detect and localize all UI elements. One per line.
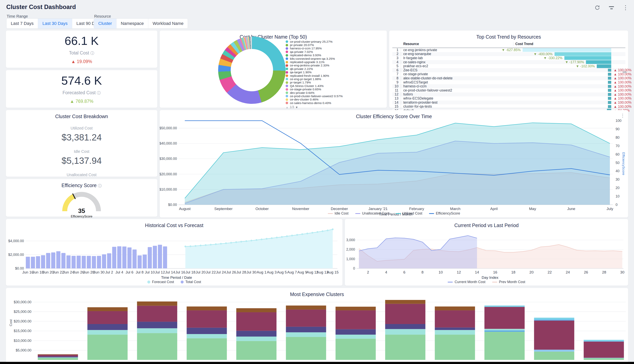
svg-text:Jul 18: Jul 18	[185, 270, 195, 274]
trend-bar	[608, 105, 611, 108]
legend-item[interactable]: pr-private 20.07%	[286, 43, 343, 47]
legend-item[interactable]: Unallocated Cost	[355, 212, 389, 216]
panel-title: Efficiency Scoreⓘ	[6, 179, 157, 188]
svg-text:40: 40	[615, 169, 619, 173]
expensive-clusters-chart: $5,000.00$10,000.00$15,000.00$20,000.00$…	[6, 288, 628, 364]
svg-text:26: 26	[584, 270, 588, 274]
legend-item[interactable]: harness-ci-ccm 17.95%	[286, 47, 343, 50]
svg-text:1,000: 1,000	[346, 257, 355, 261]
legend-item[interactable]: ce-prod-cluster-failover-uswest2 0.57%	[286, 94, 343, 98]
cost-trend-table: ResourceCost Trend1ce-eng-jenkins-privat…	[392, 41, 625, 113]
info-icon[interactable]: ⓘ	[90, 51, 94, 55]
cell-cost-trend: ▲ 100.00%	[513, 76, 624, 80]
legend-item[interactable]: ce-sales-harness-demo 0.43%	[286, 101, 343, 104]
trend-value: ▲ 100.00%	[613, 100, 631, 104]
legend-swatch	[286, 54, 288, 56]
trend-value: ▲ 100.00%	[613, 88, 631, 92]
trend-value: ▲ 100.00%	[613, 104, 631, 108]
legend-item[interactable]: ce-eng-jenkins-private 2.33%	[286, 64, 343, 67]
breakdown-label: Unallocated Cost	[6, 172, 157, 177]
legend-item[interactable]: QA Stress Cluster 1.43%	[286, 84, 343, 88]
legend-label: ce-dev-cluster 0.46%	[290, 98, 319, 101]
legend-item[interactable]: qa-target 1.90%	[286, 71, 343, 74]
svg-text:Jul 26: Jul 26	[226, 270, 236, 274]
refresh-icon[interactable]	[594, 4, 601, 11]
svg-text:Jun 24: Jun 24	[63, 270, 74, 274]
legend-swatch	[429, 213, 434, 214]
legend-item[interactable]: replicated-fresh-install 1.90%	[286, 74, 343, 78]
info-icon[interactable]: ⓘ	[98, 184, 102, 188]
trend-value: ▼ -177.90%	[565, 60, 584, 64]
donut-chart[interactable]	[218, 36, 286, 104]
legend-label: ce-eng-jenkins-private 2.33%	[290, 64, 329, 67]
page-down-icon[interactable]: ▼	[295, 106, 298, 109]
legend-item[interactable]: pr-target 1.79%	[286, 81, 343, 84]
filter-icon[interactable]	[608, 4, 615, 11]
page-up-icon[interactable]: ▲	[286, 106, 289, 109]
legend-item[interactable]: replicated-upgrade 3.11%	[286, 60, 343, 64]
legend-item[interactable]: EfficiencyScore	[429, 212, 460, 216]
legend-item[interactable]: qa-private 7.02%	[286, 50, 343, 54]
legend-item[interactable]: Utilized Cost	[396, 212, 422, 216]
table-row: 5prakhar-ecs-ec2▼ -102.00%	[392, 64, 625, 68]
trend-bar	[608, 89, 611, 92]
header-cost-trend: Cost Trend	[513, 42, 624, 46]
legend-item[interactable]: replicated-demo 3.93%	[286, 54, 343, 57]
forecasted-cost-value: 574.6 K	[61, 74, 102, 88]
total-cost-panel: 66.1 K Total Costⓘ ▲ 19.09%	[6, 30, 157, 68]
legend-item[interactable]: k8s-connected-onprem-qa 3.25%	[286, 57, 343, 60]
header-resource: Resource	[401, 42, 513, 46]
svg-text:Jul 2: Jul 2	[105, 270, 113, 274]
trend-value: ▼ -330.22%	[543, 56, 562, 60]
resource-option-workload-name[interactable]: Workload Name	[148, 18, 188, 28]
legend-swatch	[286, 95, 288, 97]
legend-label: pr-target 1.79%	[290, 81, 311, 84]
cell-cost-trend: ▲ 100.00%	[513, 72, 624, 76]
svg-text:100: 100	[615, 119, 621, 123]
panel-title: Cluster Cost Breakdown	[6, 110, 157, 119]
efficiency-over-time-panel: Cluster Efficiency Score Over Time ⋮ $0.…	[160, 110, 628, 218]
legend-item[interactable]: ce-dev-cluster 0.46%	[286, 98, 343, 101]
legend-item[interactable]: ce-prod-cluster-primary 25.27%	[286, 40, 343, 43]
legend-item[interactable]: ce-eng-pr-target 1.88%	[286, 78, 343, 81]
scrollbar-thumb[interactable]	[623, 71, 627, 73]
table-row: 15cluster-for-qa-tests▲ 100.00%	[392, 104, 625, 108]
legend-swatch	[181, 280, 184, 284]
resource-group: ClusterNamespaceWorkload Name	[94, 18, 188, 28]
svg-text:$20,000.00: $20,000.00	[160, 172, 177, 176]
legend-label: ce-stage-private 0.65%	[290, 88, 321, 91]
legend-item[interactable]: ce-stage-private 0.65%	[286, 88, 343, 91]
cell-cost-trend: ▲ 100.00%	[513, 96, 624, 100]
legend-item[interactable]: Current Month Cost	[448, 280, 485, 284]
legend-item[interactable]: Total Cost	[181, 280, 201, 284]
breakdown-value: $5,137.94	[6, 155, 157, 166]
trend-value: ▲ 100.00%	[613, 72, 631, 76]
total-cost-delta: ▲ 19.09%	[71, 59, 92, 64]
kebab-menu-icon[interactable]: ⋮	[622, 4, 629, 11]
cost-breakdown-panel: Cluster Cost Breakdown Utilized Cost$3,3…	[6, 110, 157, 177]
legend-swatch	[355, 213, 360, 214]
svg-text:Jul 20: Jul 20	[195, 270, 205, 274]
legend-item[interactable]: Idle Cost	[328, 212, 349, 216]
svg-text:10: 10	[439, 270, 443, 274]
legend-item[interactable]: Prev Month Cost	[492, 280, 525, 284]
legend-label: EfficiencyScore	[436, 212, 460, 216]
time-range-option-last-7-days[interactable]: Last 7 Days	[7, 18, 38, 28]
svg-text:2: 2	[367, 270, 369, 274]
legend-swatch	[286, 88, 288, 91]
time-range-option-last-30-days[interactable]: Last 30 Days	[38, 18, 72, 28]
resource-option-namespace[interactable]: Namespace	[117, 18, 148, 28]
legend-item[interactable]: dev-private 0.64%	[286, 91, 343, 94]
legend-swatch	[286, 85, 288, 87]
page-indicator: 1/3	[290, 106, 294, 109]
svg-text:22: 22	[547, 270, 552, 274]
info-icon[interactable]: ⓘ	[97, 91, 101, 95]
legend-label: replicated-fresh-install 1.90%	[290, 74, 329, 78]
svg-text:May: May	[529, 207, 536, 211]
svg-text:Jul 4: Jul 4	[115, 270, 123, 274]
legend-item[interactable]: Forecast Cost	[147, 280, 174, 284]
cell-rank: 2	[392, 52, 401, 56]
trend-bar	[608, 73, 611, 76]
legend-item[interactable]: qb-private 2.22%	[286, 67, 343, 70]
resource-option-cluster[interactable]: Cluster	[94, 18, 117, 28]
